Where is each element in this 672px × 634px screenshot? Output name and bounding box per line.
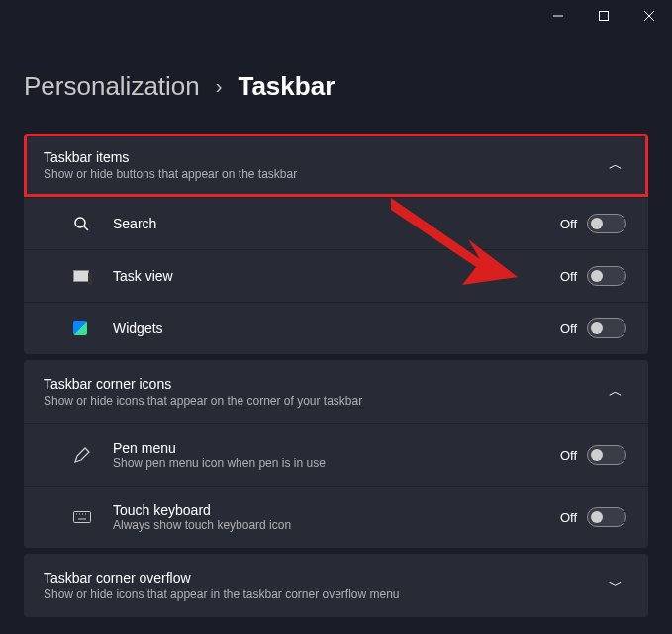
toggle-state-label: Off	[560, 510, 577, 525]
section-title: Taskbar corner icons	[44, 376, 362, 392]
row-label: Search	[113, 216, 560, 231]
svg-point-4	[75, 218, 85, 227]
taskbar-items-panel: Taskbar items Show or hide buttons that …	[24, 134, 648, 354]
widgets-row[interactable]: Widgets Off	[24, 302, 648, 354]
toggle-state-label: Off	[560, 217, 577, 231]
chevron-up-icon[interactable]: ︿	[603, 156, 628, 174]
maximize-button[interactable]	[581, 0, 626, 32]
breadcrumb: Personalization › Taskbar	[24, 71, 648, 102]
section-title: Taskbar corner overflow	[44, 570, 400, 586]
section-subtitle: Show or hide buttons that appear on the …	[44, 167, 297, 181]
window-titlebar	[0, 0, 672, 32]
svg-rect-6	[74, 512, 91, 523]
toggle-state-label: Off	[560, 321, 577, 336]
row-label: Task view	[113, 268, 560, 284]
corner-overflow-header[interactable]: Taskbar corner overflow Show or hide ico…	[24, 554, 648, 617]
widgets-toggle[interactable]	[587, 318, 626, 338]
row-sublabel: Always show touch keyboard icon	[113, 518, 560, 532]
chevron-down-icon[interactable]: ﹀	[603, 577, 628, 594]
row-label: Widgets	[113, 320, 560, 336]
toggle-state-label: Off	[560, 269, 577, 284]
chevron-right-icon: ›	[216, 75, 223, 98]
corner-icons-panel: Taskbar corner icons Show or hide icons …	[24, 360, 648, 548]
search-icon	[73, 216, 113, 231]
svg-line-5	[84, 226, 88, 230]
taskview-icon	[73, 270, 113, 282]
taskview-toggle[interactable]	[587, 266, 626, 286]
pen-menu-row[interactable]: Pen menu Show pen menu icon when pen is …	[24, 423, 648, 486]
section-subtitle: Show or hide icons that appear on the co…	[44, 394, 362, 408]
search-row[interactable]: Search Off	[24, 197, 648, 249]
breadcrumb-parent[interactable]: Personalization	[24, 71, 200, 102]
pen-toggle[interactable]	[587, 445, 626, 465]
search-toggle[interactable]	[587, 214, 626, 233]
svg-rect-1	[600, 12, 609, 21]
pen-icon	[73, 446, 113, 464]
section-title: Taskbar items	[44, 149, 297, 165]
section-subtitle: Show or hide icons that appear in the ta…	[44, 588, 400, 601]
taskbar-items-header[interactable]: Taskbar items Show or hide buttons that …	[24, 134, 648, 197]
toggle-state-label: Off	[560, 448, 577, 463]
touch-keyboard-row[interactable]: Touch keyboard Always show touch keyboar…	[24, 486, 648, 548]
corner-icons-header[interactable]: Taskbar corner icons Show or hide icons …	[24, 360, 648, 423]
touch-keyboard-toggle[interactable]	[587, 507, 626, 527]
row-label: Pen menu	[113, 440, 560, 456]
page-title: Taskbar	[238, 71, 335, 102]
row-label: Touch keyboard	[113, 502, 560, 518]
corner-overflow-panel: Taskbar corner overflow Show or hide ico…	[24, 554, 648, 617]
keyboard-icon	[73, 511, 113, 523]
close-button[interactable]	[626, 0, 672, 32]
chevron-up-icon[interactable]: ︿	[603, 383, 628, 401]
minimize-button[interactable]	[535, 0, 581, 32]
widgets-icon	[73, 321, 113, 335]
taskview-row[interactable]: Task view Off	[24, 249, 648, 302]
row-sublabel: Show pen menu icon when pen is in use	[113, 456, 560, 470]
